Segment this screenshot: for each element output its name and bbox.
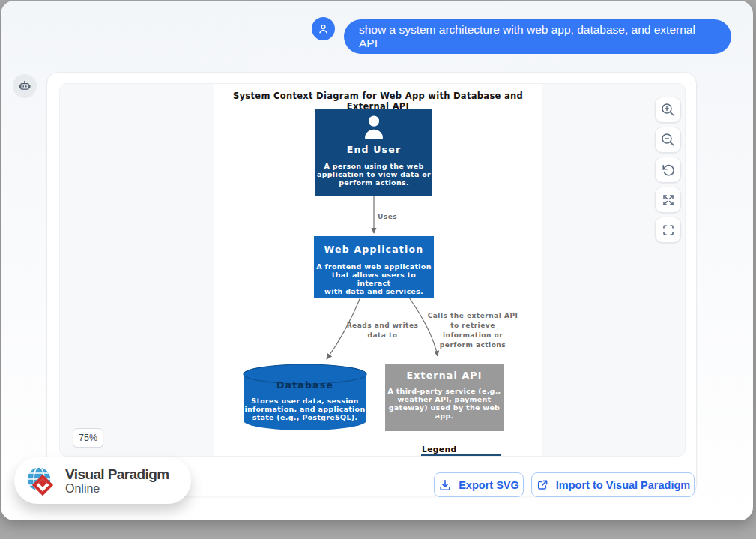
import-to-visual-paradigm-label: Import to Visual Paradigm [556,479,690,491]
import-to-visual-paradigm-button[interactable]: Import to Visual Paradigm [531,472,695,497]
rotate-ccw-icon [661,163,676,178]
robot-icon [18,79,31,93]
user-message-bubble: show a system architecture with web app,… [344,19,731,54]
node-end-user-description: A person using the web application to vi… [317,162,431,187]
user-icon [317,22,330,35]
download-icon [438,478,452,492]
user-message-text: show a system architecture with web app,… [359,23,716,50]
person-icon [360,113,388,142]
expand-button[interactable] [655,187,681,213]
assistant-avatar [13,74,37,98]
logo-subtitle: Online [65,483,169,495]
node-web-application-description: A frontend web application that allows u… [314,262,434,295]
node-database: Database Stores user data, session infor… [243,364,367,431]
edge-label-calls-api: Calls the external API to retrieve infor… [417,311,528,350]
diagram-card: System Context Diagram for Web App with … [46,72,697,496]
logo-title: Visual Paradigm [65,467,169,481]
legend-color-bar [421,454,501,457]
export-svg-label: Export SVG [459,479,519,491]
legend-title: Legend [422,445,462,455]
node-web-application-name: Web Application [324,244,424,255]
node-database-description: Stores user data, session information, a… [243,397,367,421]
system-context-diagram: System Context Diagram for Web App with … [214,84,542,457]
node-external-api: External API A third-party service (e.g.… [385,364,504,431]
app-window: show a system architecture with web app,… [1,1,753,520]
node-end-user-name: End User [347,144,402,155]
node-external-api-name: External API [406,370,482,381]
zoom-level-value: 75% [79,433,97,443]
node-web-application: Web Application A frontend web applicati… [314,236,434,298]
visual-paradigm-logo[interactable]: Visual Paradigm Online [14,457,191,504]
fullscreen-button[interactable] [655,217,681,243]
zoom-in-button[interactable] [655,97,681,123]
diagram-canvas[interactable]: System Context Diagram for Web App with … [59,83,686,457]
expand-icon [661,193,676,208]
node-database-name: Database [243,379,367,391]
node-end-user: End User A person using the web applicat… [315,109,432,196]
edge-label-uses: Uses [378,212,397,222]
zoom-out-button[interactable] [655,127,681,153]
reset-rotation-button[interactable] [655,157,681,183]
zoom-out-icon [660,132,676,148]
visual-paradigm-logo-icon [23,463,59,499]
user-avatar [312,17,335,40]
zoom-level-badge: 75% [73,428,103,448]
zoom-controls [655,97,681,243]
export-svg-button[interactable]: Export SVG [434,472,524,497]
fullscreen-icon [661,223,676,238]
external-link-icon [536,478,549,492]
node-external-api-description: A third-party service (e.g., weather API… [387,387,501,420]
zoom-in-icon [660,102,676,118]
